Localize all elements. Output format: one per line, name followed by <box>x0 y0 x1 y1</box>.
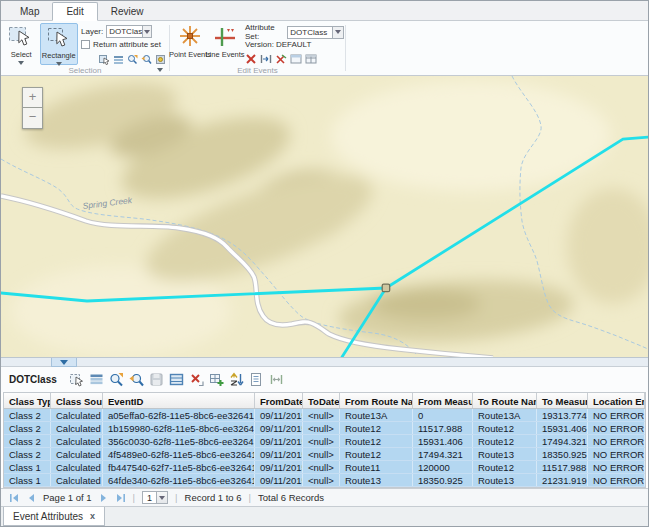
table-cell: <null> <box>303 409 340 421</box>
record-range-label: Record 1 to 6 <box>185 492 242 503</box>
reassign-event-icon[interactable] <box>275 53 287 65</box>
table-cell: Route12 <box>473 422 537 434</box>
table-cell: 09/11/2015 <box>255 461 303 473</box>
measure-icon[interactable] <box>269 372 284 387</box>
zoom-to-selected-icon[interactable] <box>109 372 124 387</box>
split-event-icon[interactable] <box>260 53 272 65</box>
table-cell: NO ERROR <box>588 409 645 421</box>
sort-records-icon[interactable] <box>229 372 244 387</box>
point-events-button[interactable]: Point Events <box>172 23 208 65</box>
attribute-set-dropdown-button[interactable] <box>332 27 343 38</box>
table-cell: Route13 <box>473 448 537 460</box>
column-header[interactable]: From Measure <box>413 393 473 408</box>
table-row[interactable]: Class 1Calculatedfb447540-62f7-11e5-8bc6… <box>4 461 645 474</box>
last-page-button[interactable] <box>116 493 126 503</box>
table-cell: 09/11/2015 <box>255 474 303 486</box>
event-panel-icon[interactable] <box>290 53 302 65</box>
layer-value: DOTClass <box>107 27 142 36</box>
table-cell: <null> <box>303 474 340 486</box>
previous-page-button[interactable] <box>26 493 36 503</box>
close-icon[interactable]: x <box>90 511 95 521</box>
rectangle-tool-label: Rectangle <box>42 51 76 60</box>
page-number-dropdown-button[interactable] <box>156 492 167 503</box>
collapse-panel-button[interactable] <box>51 358 77 367</box>
page-number-combobox[interactable]: 1 <box>142 491 168 504</box>
first-page-button[interactable] <box>9 493 19 503</box>
event-table-icon[interactable] <box>305 53 317 65</box>
panel-splitter[interactable] <box>1 357 648 367</box>
select-dropdown-caret[interactable] <box>18 61 24 65</box>
pager-separator: | <box>175 492 177 503</box>
layer-combobox[interactable]: DOTClass <box>106 25 152 38</box>
selected-rows-icon[interactable] <box>113 54 124 65</box>
zoom-out-button[interactable]: − <box>22 108 43 129</box>
column-header[interactable]: To Route Name <box>473 393 537 408</box>
show-selection-icon[interactable] <box>89 372 104 387</box>
column-header[interactable]: Class Type <box>4 393 51 408</box>
attribute-set-combobox[interactable]: DOTClass <box>287 26 343 39</box>
attribute-table-header: Class TypeClass SourceEventIDFromDateToD… <box>4 393 645 409</box>
select-tool-button[interactable]: Select <box>3 23 40 65</box>
add-record-icon[interactable] <box>209 372 224 387</box>
interactive-select-icon[interactable] <box>99 54 110 65</box>
table-cell: Route12 <box>340 422 413 434</box>
column-header[interactable]: Class Source <box>51 393 103 408</box>
show-form-icon[interactable] <box>249 372 264 387</box>
selection-options-icon[interactable] <box>155 54 166 65</box>
save-icon[interactable] <box>149 372 164 387</box>
attribute-table: Class TypeClass SourceEventIDFromDateToD… <box>3 392 646 488</box>
column-header[interactable]: ToDate <box>303 393 340 408</box>
selection-mini-toolbar <box>99 54 166 65</box>
layer-dropdown-button[interactable] <box>142 26 151 37</box>
delete-event-icon[interactable] <box>245 53 257 65</box>
table-cell: Calculated <box>51 409 103 421</box>
pager-separator: | <box>249 492 251 503</box>
table-cell: <null> <box>303 448 340 460</box>
route-junction-marker[interactable] <box>382 284 390 292</box>
table-cell: 09/11/2015 <box>255 422 303 434</box>
table-cell: 356c0030-62f8-11e5-8bc6-ee32641d5ec9 <box>103 435 255 447</box>
tab-edit[interactable]: Edit <box>52 2 97 21</box>
rectangle-tool-button[interactable]: Rectangle <box>40 23 79 65</box>
table-row[interactable]: Class 2Calculated356c0030-62f8-11e5-8bc6… <box>4 435 645 448</box>
zoom-to-selection-icon[interactable] <box>127 54 138 65</box>
table-cell: Calculated <box>51 461 103 473</box>
table-cell: NO ERROR <box>588 474 645 486</box>
table-cell: Calculated <box>51 474 103 486</box>
switch-selection-icon[interactable] <box>169 372 184 387</box>
pan-to-selected-icon[interactable] <box>129 372 144 387</box>
clear-selection-icon[interactable] <box>189 372 204 387</box>
table-cell: 21231.919 <box>537 474 588 486</box>
next-page-button[interactable] <box>99 493 109 503</box>
map-zoom-control: + − <box>22 87 43 129</box>
line-events-button[interactable]: Line Events <box>208 23 242 65</box>
tab-review[interactable]: Review <box>98 3 157 20</box>
select-map-icon <box>8 25 34 49</box>
column-header[interactable]: EventID <box>103 393 255 408</box>
table-row[interactable]: Class 2Calculateda05effa0-62f8-11e5-8bc6… <box>4 409 645 422</box>
return-attribute-set-checkbox[interactable] <box>81 40 90 49</box>
table-row[interactable]: Class 2Calculated1b159980-62f8-11e5-8bc6… <box>4 422 645 435</box>
edit-events-controls: Attribute Set: DOTClass Version: DEFAULT <box>245 23 344 65</box>
pagination-bar: Page 1 of 1 | 1 | Record 1 to 6 | Total … <box>1 488 648 506</box>
column-header[interactable]: FromDate <box>255 393 303 408</box>
column-header[interactable]: From Route Name <box>340 393 413 408</box>
map-canvas[interactable]: Spring Creek + − <box>1 76 648 357</box>
selection-group: Select Rectangle Layer: DOTClass <box>1 21 169 75</box>
point-events-icon <box>179 25 201 49</box>
table-cell: <null> <box>303 422 340 434</box>
select-tool-icon[interactable] <box>69 372 84 387</box>
edit-events-group: Point Events Line Events Attribute Set: <box>170 21 345 75</box>
tab-map[interactable]: Map <box>7 3 52 20</box>
column-header[interactable]: To Measure <box>537 393 588 408</box>
table-row[interactable]: Class 1Calculated64fde340-62f8-11e5-8bc6… <box>4 474 645 487</box>
attribute-set-value: DOTClass <box>288 28 329 37</box>
event-attributes-tab[interactable]: Event Attributes x <box>3 507 105 526</box>
table-row[interactable]: Class 2Calculated4f5489e0-62f8-11e5-8bc6… <box>4 448 645 461</box>
status-bar: Event Attributes x <box>1 506 648 526</box>
zoom-in-button[interactable]: + <box>22 87 43 108</box>
table-cell: Class 2 <box>4 435 51 447</box>
column-header[interactable]: Location Error <box>588 393 645 408</box>
selection-controls: Layer: DOTClass Return attribute set <box>81 23 166 65</box>
pan-to-selection-icon[interactable] <box>141 54 152 65</box>
